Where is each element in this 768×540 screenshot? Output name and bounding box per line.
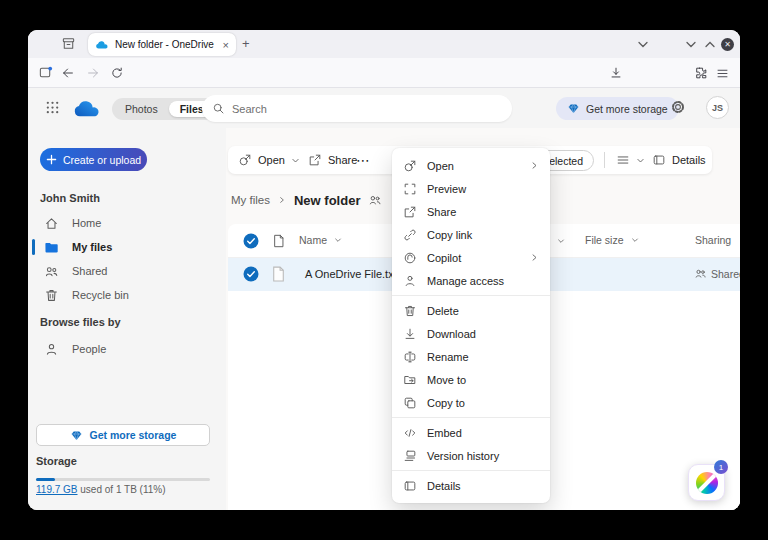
- home-icon: [44, 216, 59, 231]
- column-file-size[interactable]: File size: [585, 234, 639, 246]
- browser-navbar: onedrive.live.com/?id=%2Fpersonal%2Fe9db…: [28, 58, 740, 88]
- downloads-icon[interactable]: [609, 66, 623, 80]
- chevron-down-icon: [291, 156, 300, 165]
- menu-item-rename[interactable]: Rename: [392, 345, 550, 368]
- download-icon: [403, 327, 417, 341]
- extension-icon[interactable]: [694, 66, 708, 80]
- get-more-storage-label: Get more storage: [586, 103, 668, 115]
- storage-progress-bar: [36, 478, 210, 481]
- menu-item-share[interactable]: Share: [392, 200, 550, 223]
- menu-item-embed[interactable]: Embed: [392, 421, 550, 444]
- view-options-button[interactable]: [616, 146, 645, 174]
- create-or-upload-label: Create or upload: [63, 154, 141, 166]
- sidebar-browse-heading: Browse files by: [40, 316, 121, 328]
- shared-people-icon: [368, 193, 382, 207]
- new-tab-button[interactable]: +: [242, 36, 250, 51]
- storage-used-link[interactable]: 119.7 GB: [36, 484, 78, 495]
- window-close-icon[interactable]: ✕: [721, 38, 734, 51]
- menu-item-version-history[interactable]: Version history: [392, 444, 550, 467]
- link-icon: [403, 228, 417, 242]
- chevron-down-icon: [636, 156, 645, 165]
- sidebar-item-shared[interactable]: Shared: [44, 262, 107, 280]
- archive-icon[interactable]: [61, 36, 76, 51]
- menu-item-manage-access[interactable]: Manage access: [392, 269, 550, 292]
- document-type-icon: [272, 234, 286, 248]
- maximize-icon[interactable]: [704, 40, 716, 49]
- menu-item-delete[interactable]: Delete: [392, 299, 550, 322]
- minimize-icon[interactable]: [685, 40, 697, 49]
- breadcrumb-parent[interactable]: My files: [231, 194, 270, 206]
- copilot-logo-icon: [696, 472, 718, 494]
- search-input[interactable]: [232, 103, 502, 115]
- trash-icon: [44, 288, 59, 303]
- toolbar-open-button[interactable]: Open: [238, 146, 300, 174]
- storage-progress-fill: [36, 478, 55, 481]
- code-icon: [403, 426, 417, 440]
- list-tabs-icon[interactable]: [637, 40, 649, 49]
- storage-usage-text: 119.7 GB used of 1 TB (11%): [36, 484, 166, 495]
- create-or-upload-button[interactable]: Create or upload: [40, 148, 147, 171]
- sidebar-item-my-files[interactable]: My files: [44, 238, 112, 256]
- toolbar-share-button[interactable]: Share: [308, 146, 357, 174]
- copilot-icon: [403, 251, 417, 265]
- menu-item-download[interactable]: Download: [392, 322, 550, 345]
- menu-divider: [392, 417, 550, 418]
- tab-bar: New folder - OneDrive × + ✕: [28, 30, 740, 58]
- select-all-checkbox[interactable]: [243, 233, 259, 249]
- column-name[interactable]: Name: [299, 234, 342, 246]
- rename-icon: [403, 350, 417, 364]
- hidden-column-chevron-icon: [557, 237, 565, 245]
- sidebar-selected-indicator: [32, 239, 35, 255]
- back-icon[interactable]: [61, 66, 75, 80]
- column-sharing[interactable]: Sharing: [695, 234, 731, 246]
- tab-title: New folder - OneDrive: [115, 39, 217, 50]
- reload-icon[interactable]: [110, 66, 124, 80]
- tab-close-icon[interactable]: ×: [223, 39, 229, 51]
- forward-icon[interactable]: [86, 66, 100, 80]
- submenu-chevron-icon: [530, 161, 539, 170]
- version-history-icon: [403, 449, 417, 463]
- menu-item-open[interactable]: Open: [392, 154, 550, 177]
- file-name[interactable]: A OneDrive File.txt: [305, 268, 397, 280]
- sidebar-item-people[interactable]: People: [44, 340, 106, 358]
- copilot-fab[interactable]: 1: [688, 464, 725, 501]
- toolbar-more-button[interactable]: ⋯: [356, 146, 371, 174]
- toggle-photos[interactable]: Photos: [114, 101, 169, 117]
- people-icon: [44, 264, 59, 279]
- person-icon: [403, 274, 417, 288]
- open-icon: [238, 153, 252, 167]
- get-more-storage-button[interactable]: Get more storage: [36, 424, 210, 446]
- premium-diamond-icon: [70, 429, 83, 442]
- menu-item-details[interactable]: Details: [392, 474, 550, 497]
- firefox-view-icon[interactable]: [38, 65, 53, 80]
- menu-divider: [392, 470, 550, 471]
- get-more-storage-pill[interactable]: Get more storage: [556, 97, 679, 120]
- menu-item-copilot[interactable]: Copilot: [392, 246, 550, 269]
- avatar[interactable]: JS: [706, 96, 729, 119]
- sidebar-item-recycle-bin[interactable]: Recycle bin: [44, 286, 129, 304]
- share-icon: [308, 153, 322, 167]
- gear-icon[interactable]: [670, 99, 686, 115]
- row-sharing-status[interactable]: Shared: [694, 267, 740, 280]
- onedrive-logo[interactable]: [72, 99, 102, 118]
- row-checkbox[interactable]: [243, 266, 259, 282]
- sidebar-item-home[interactable]: Home: [44, 214, 101, 232]
- browser-tab[interactable]: New folder - OneDrive ×: [88, 33, 236, 56]
- onedrive-favicon: [95, 40, 109, 50]
- context-menu: Open Preview Share Copy link Copilot Man…: [392, 148, 550, 503]
- menu-item-copy-to[interactable]: Copy to: [392, 391, 550, 414]
- share-icon: [403, 205, 417, 219]
- premium-diamond-icon: [567, 102, 580, 115]
- breadcrumb-current[interactable]: New folder: [294, 193, 360, 208]
- menu-item-preview[interactable]: Preview: [392, 177, 550, 200]
- photos-files-toggle: Photos Files: [112, 98, 217, 120]
- chevron-right-icon: [278, 196, 286, 204]
- menu-hamburger-icon[interactable]: [716, 67, 729, 80]
- folder-icon: [44, 240, 59, 255]
- details-pane-button[interactable]: Details: [652, 146, 706, 174]
- menu-item-move-to[interactable]: Move to: [392, 368, 550, 391]
- waffle-icon[interactable]: [45, 100, 60, 115]
- plus-icon: [46, 154, 57, 165]
- details-panel-icon: [403, 479, 417, 493]
- menu-item-copy-link[interactable]: Copy link: [392, 223, 550, 246]
